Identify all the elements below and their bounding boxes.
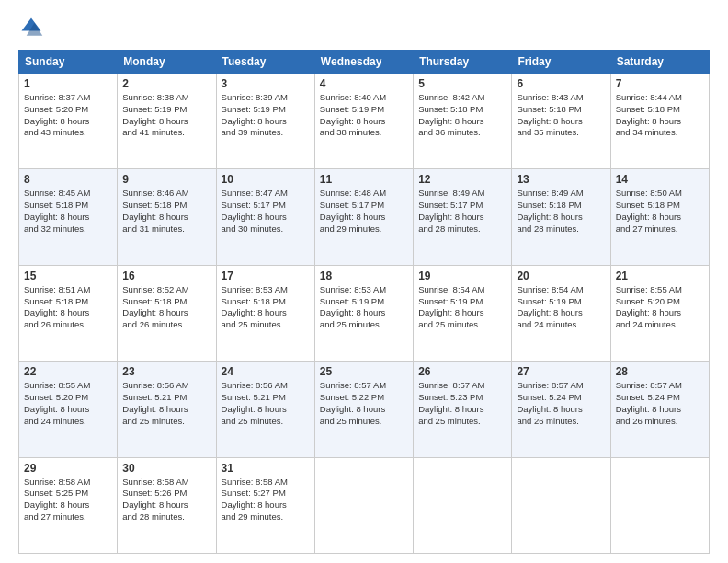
calendar-cell: 30Sunrise: 8:58 AMSunset: 5:26 PMDayligh…: [118, 457, 216, 553]
day-number: 17: [222, 270, 310, 282]
day-number: 5: [418, 77, 506, 90]
day-number: 23: [122, 365, 210, 378]
cell-details: Sunrise: 8:57 AMSunset: 5:24 PMDaylight:…: [616, 380, 704, 427]
cell-details: Sunrise: 8:53 AMSunset: 5:18 PMDaylight:…: [222, 284, 310, 331]
col-header-tuesday: Tuesday: [216, 51, 314, 74]
day-number: 6: [517, 77, 605, 90]
day-number: 3: [222, 77, 310, 90]
day-number: 24: [222, 365, 310, 378]
calendar-cell: 16Sunrise: 8:52 AMSunset: 5:18 PMDayligh…: [118, 265, 216, 361]
day-number: 16: [122, 270, 210, 282]
day-number: 20: [517, 270, 605, 282]
calendar-cell: 6Sunrise: 8:43 AMSunset: 5:18 PMDaylight…: [512, 74, 610, 169]
logo-icon: [18, 15, 44, 40]
week-row-1: 1Sunrise: 8:37 AMSunset: 5:20 PMDaylight…: [19, 74, 710, 169]
calendar-cell: 29Sunrise: 8:58 AMSunset: 5:25 PMDayligh…: [19, 457, 118, 553]
week-row-2: 8Sunrise: 8:45 AMSunset: 5:18 PMDaylight…: [19, 169, 710, 265]
page: SundayMondayTuesdayWednesdayThursdayFrid…: [0, 0, 728, 563]
cell-details: Sunrise: 8:43 AMSunset: 5:18 PMDaylight:…: [517, 92, 605, 139]
cell-details: Sunrise: 8:48 AMSunset: 5:17 PMDaylight:…: [320, 188, 408, 235]
calendar-cell: 19Sunrise: 8:54 AMSunset: 5:19 PMDayligh…: [414, 265, 512, 361]
cell-details: Sunrise: 8:45 AMSunset: 5:18 PMDaylight:…: [24, 188, 112, 235]
calendar-cell: 13Sunrise: 8:49 AMSunset: 5:18 PMDayligh…: [512, 169, 610, 265]
cell-details: Sunrise: 8:37 AMSunset: 5:20 PMDaylight:…: [24, 92, 112, 139]
calendar-cell: 5Sunrise: 8:42 AMSunset: 5:18 PMDaylight…: [414, 74, 512, 169]
calendar-cell: 11Sunrise: 8:48 AMSunset: 5:17 PMDayligh…: [314, 169, 413, 265]
week-row-3: 15Sunrise: 8:51 AMSunset: 5:18 PMDayligh…: [19, 265, 710, 361]
cell-details: Sunrise: 8:57 AMSunset: 5:22 PMDaylight:…: [320, 380, 408, 427]
header: [18, 15, 710, 40]
cell-details: Sunrise: 8:55 AMSunset: 5:20 PMDaylight:…: [24, 380, 112, 427]
day-number: 29: [24, 462, 112, 475]
day-number: 12: [418, 173, 506, 186]
cell-details: Sunrise: 8:51 AMSunset: 5:18 PMDaylight:…: [24, 284, 112, 331]
calendar-cell: 14Sunrise: 8:50 AMSunset: 5:18 PMDayligh…: [610, 169, 709, 265]
cell-details: Sunrise: 8:52 AMSunset: 5:18 PMDaylight:…: [122, 284, 210, 331]
day-number: 1: [24, 77, 112, 90]
day-number: 19: [418, 270, 506, 282]
calendar-cell: 1Sunrise: 8:37 AMSunset: 5:20 PMDaylight…: [19, 74, 118, 169]
day-number: 4: [320, 77, 408, 90]
calendar-cell: 2Sunrise: 8:38 AMSunset: 5:19 PMDaylight…: [118, 74, 216, 169]
calendar-cell: 10Sunrise: 8:47 AMSunset: 5:17 PMDayligh…: [216, 169, 314, 265]
week-row-4: 22Sunrise: 8:55 AMSunset: 5:20 PMDayligh…: [19, 362, 710, 457]
calendar-cell: 22Sunrise: 8:55 AMSunset: 5:20 PMDayligh…: [19, 362, 118, 457]
cell-details: Sunrise: 8:49 AMSunset: 5:18 PMDaylight:…: [517, 188, 605, 235]
day-number: 18: [320, 270, 408, 282]
cell-details: Sunrise: 8:42 AMSunset: 5:18 PMDaylight:…: [418, 92, 506, 139]
calendar-table: SundayMondayTuesdayWednesdayThursdayFrid…: [18, 50, 710, 554]
day-number: 10: [222, 173, 310, 186]
day-number: 28: [616, 365, 704, 378]
day-number: 26: [418, 365, 506, 378]
calendar-cell: 21Sunrise: 8:55 AMSunset: 5:20 PMDayligh…: [610, 265, 709, 361]
calendar-cell: [610, 457, 709, 553]
cell-details: Sunrise: 8:46 AMSunset: 5:18 PMDaylight:…: [122, 188, 210, 235]
day-number: 11: [320, 173, 408, 186]
calendar-cell: 15Sunrise: 8:51 AMSunset: 5:18 PMDayligh…: [19, 265, 118, 361]
day-number: 7: [616, 77, 704, 90]
cell-details: Sunrise: 8:57 AMSunset: 5:24 PMDaylight:…: [517, 380, 605, 427]
cell-details: Sunrise: 8:55 AMSunset: 5:20 PMDaylight:…: [616, 284, 704, 331]
cell-details: Sunrise: 8:39 AMSunset: 5:19 PMDaylight:…: [222, 92, 310, 139]
day-number: 22: [24, 365, 112, 378]
calendar-cell: 9Sunrise: 8:46 AMSunset: 5:18 PMDaylight…: [118, 169, 216, 265]
calendar-cell: 26Sunrise: 8:57 AMSunset: 5:23 PMDayligh…: [414, 362, 512, 457]
col-header-wednesday: Wednesday: [314, 51, 413, 74]
day-number: 2: [122, 77, 210, 90]
calendar-cell: 25Sunrise: 8:57 AMSunset: 5:22 PMDayligh…: [314, 362, 413, 457]
col-header-thursday: Thursday: [414, 51, 512, 74]
cell-details: Sunrise: 8:50 AMSunset: 5:18 PMDaylight:…: [616, 188, 704, 235]
cell-details: Sunrise: 8:38 AMSunset: 5:19 PMDaylight:…: [122, 92, 210, 139]
calendar-cell: [414, 457, 512, 553]
day-number: 21: [616, 270, 704, 282]
cell-details: Sunrise: 8:49 AMSunset: 5:17 PMDaylight:…: [418, 188, 506, 235]
col-header-saturday: Saturday: [610, 51, 709, 74]
logo: [18, 15, 48, 40]
day-number: 14: [616, 173, 704, 186]
cell-details: Sunrise: 8:53 AMSunset: 5:19 PMDaylight:…: [320, 284, 408, 331]
calendar-cell: 20Sunrise: 8:54 AMSunset: 5:19 PMDayligh…: [512, 265, 610, 361]
col-header-friday: Friday: [512, 51, 610, 74]
cell-details: Sunrise: 8:47 AMSunset: 5:17 PMDaylight:…: [222, 188, 310, 235]
cell-details: Sunrise: 8:58 AMSunset: 5:25 PMDaylight:…: [24, 477, 112, 523]
calendar-cell: 24Sunrise: 8:56 AMSunset: 5:21 PMDayligh…: [216, 362, 314, 457]
day-number: 30: [122, 462, 210, 475]
calendar-cell: 3Sunrise: 8:39 AMSunset: 5:19 PMDaylight…: [216, 74, 314, 169]
cell-details: Sunrise: 8:54 AMSunset: 5:19 PMDaylight:…: [517, 284, 605, 331]
day-number: 25: [320, 365, 408, 378]
header-row: SundayMondayTuesdayWednesdayThursdayFrid…: [19, 51, 710, 74]
calendar-cell: 7Sunrise: 8:44 AMSunset: 5:18 PMDaylight…: [610, 74, 709, 169]
cell-details: Sunrise: 8:40 AMSunset: 5:19 PMDaylight:…: [320, 92, 408, 139]
calendar-cell: 31Sunrise: 8:58 AMSunset: 5:27 PMDayligh…: [216, 457, 314, 553]
calendar-cell: 8Sunrise: 8:45 AMSunset: 5:18 PMDaylight…: [19, 169, 118, 265]
calendar-cell: 12Sunrise: 8:49 AMSunset: 5:17 PMDayligh…: [414, 169, 512, 265]
calendar-cell: [314, 457, 413, 553]
week-row-5: 29Sunrise: 8:58 AMSunset: 5:25 PMDayligh…: [19, 457, 710, 553]
cell-details: Sunrise: 8:58 AMSunset: 5:27 PMDaylight:…: [222, 477, 310, 523]
calendar-cell: 23Sunrise: 8:56 AMSunset: 5:21 PMDayligh…: [118, 362, 216, 457]
cell-details: Sunrise: 8:56 AMSunset: 5:21 PMDaylight:…: [222, 380, 310, 427]
calendar-cell: 4Sunrise: 8:40 AMSunset: 5:19 PMDaylight…: [314, 74, 413, 169]
calendar-cell: [512, 457, 610, 553]
day-number: 8: [24, 173, 112, 186]
day-number: 15: [24, 270, 112, 282]
